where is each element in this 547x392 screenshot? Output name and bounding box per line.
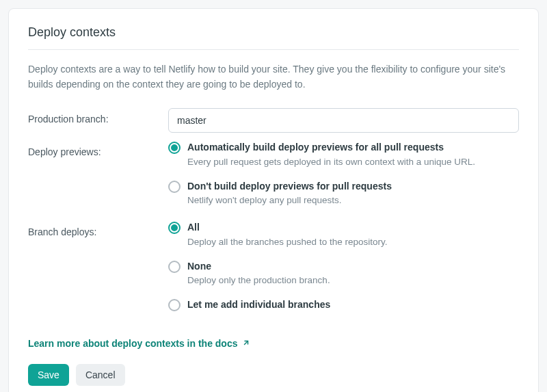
production-branch-row: Production branch: bbox=[28, 108, 519, 133]
deploy-contexts-panel: Deploy contexts Deploy contexts are a wa… bbox=[8, 8, 539, 392]
docs-link-text: Learn more about deploy contexts in the … bbox=[28, 338, 238, 349]
radio-label: Don't build deploy previews for pull req… bbox=[187, 180, 519, 194]
deploy-previews-option-auto[interactable]: Automatically build deploy previews for … bbox=[168, 141, 519, 168]
deploy-previews-label: Deploy previews: bbox=[28, 141, 168, 157]
radio-icon bbox=[168, 142, 181, 154]
save-button[interactable]: Save bbox=[28, 364, 69, 386]
deploy-previews-row: Deploy previews: Automatically build dep… bbox=[28, 141, 519, 213]
branch-deploys-option-all[interactable]: All Deploy all the branches pushed to th… bbox=[168, 221, 519, 248]
radio-label: Automatically build deploy previews for … bbox=[187, 141, 519, 155]
external-link-icon bbox=[242, 338, 250, 349]
radio-icon bbox=[168, 222, 181, 234]
radio-label: All bbox=[187, 221, 519, 235]
deploy-previews-option-none[interactable]: Don't build deploy previews for pull req… bbox=[168, 180, 519, 207]
radio-icon bbox=[168, 299, 181, 311]
panel-description: Deploy contexts are a way to tell Netlif… bbox=[28, 62, 519, 92]
radio-sublabel: Deploy all the branches pushed to the re… bbox=[187, 236, 519, 249]
production-branch-input[interactable] bbox=[168, 108, 519, 133]
branch-deploys-option-none[interactable]: None Deploy only the production branch. bbox=[168, 260, 519, 287]
radio-label: None bbox=[187, 260, 519, 274]
branch-deploys-label: Branch deploys: bbox=[28, 221, 168, 237]
radio-sublabel: Every pull request gets deployed in its … bbox=[187, 156, 519, 169]
radio-sublabel: Netlify won't deploy any pull requests. bbox=[187, 194, 519, 207]
radio-icon bbox=[168, 261, 181, 273]
production-branch-label: Production branch: bbox=[28, 108, 168, 125]
radio-sublabel: Deploy only the production branch. bbox=[187, 274, 519, 287]
branch-deploys-row: Branch deploys: All Deploy all the branc… bbox=[28, 221, 519, 317]
radio-icon bbox=[168, 181, 181, 193]
branch-deploys-option-individual[interactable]: Let me add individual branches bbox=[168, 298, 519, 312]
cancel-button[interactable]: Cancel bbox=[76, 364, 125, 386]
button-row: Save Cancel bbox=[28, 364, 519, 386]
panel-title: Deploy contexts bbox=[28, 25, 519, 50]
docs-link[interactable]: Learn more about deploy contexts in the … bbox=[28, 338, 250, 349]
radio-label: Let me add individual branches bbox=[187, 298, 519, 312]
